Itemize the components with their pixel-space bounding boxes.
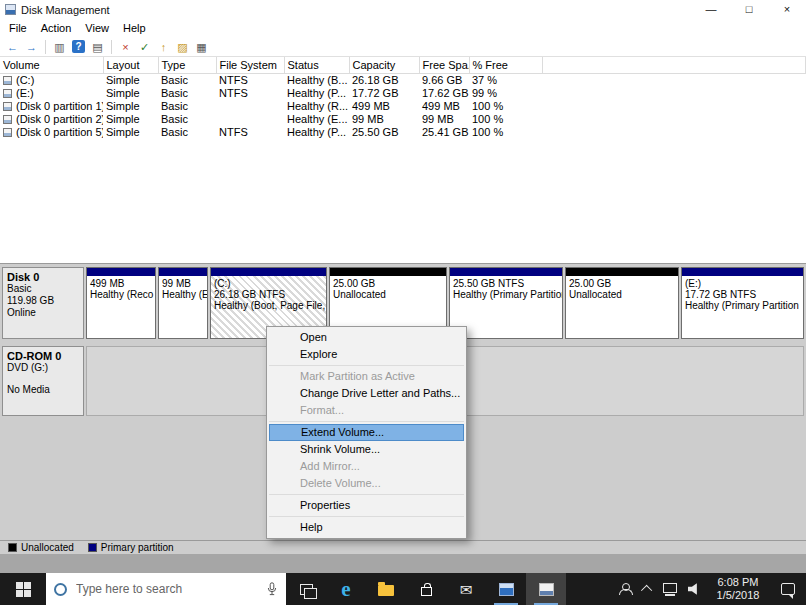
menu-item-extend-volume[interactable]: Extend Volume... xyxy=(269,424,464,441)
partition-size: 25.50 GB NTFS xyxy=(453,278,559,289)
start-button[interactable] xyxy=(0,573,46,605)
menu-item-explore[interactable]: Explore xyxy=(267,346,466,363)
partition-size: 499 MB xyxy=(90,278,152,289)
menu-item-help[interactable]: Help xyxy=(267,519,466,536)
menu-file[interactable]: File xyxy=(2,22,34,34)
task-view-button[interactable] xyxy=(286,573,326,605)
partition-color-strip xyxy=(87,268,155,276)
cell-free-space: 99 MB xyxy=(419,112,469,125)
cdrom-label[interactable]: CD-ROM 0 DVD (G:) No Media xyxy=(2,346,84,416)
delete-icon[interactable]: × xyxy=(117,39,134,55)
open-app-button[interactable] xyxy=(486,573,526,605)
volume-row-partition-1[interactable]: (Disk 0 partition 1) Simple Basic Health… xyxy=(0,99,806,112)
file-explorer-button[interactable] xyxy=(366,573,406,605)
system-tray: 6:08 PM 1/5/2018 xyxy=(612,573,806,605)
cell-filler xyxy=(542,86,806,99)
minimize-button[interactable]: — xyxy=(692,0,730,19)
window-title: Disk Management xyxy=(21,4,110,16)
cell-volume: (Disk 0 partition 5) xyxy=(16,126,103,138)
store-button[interactable] xyxy=(406,573,446,605)
column-header-layout[interactable]: Layout xyxy=(103,57,158,73)
column-header-status[interactable]: Status xyxy=(284,57,349,73)
maximize-button[interactable]: □ xyxy=(730,0,768,19)
cell-status: Healthy (R... xyxy=(284,99,349,112)
menu-item-add-mirror: Add Mirror... xyxy=(267,458,466,475)
volume-row-c[interactable]: (C:) Simple Basic NTFS Healthy (B... 26.… xyxy=(0,73,806,86)
check-disk-icon[interactable]: ✓ xyxy=(136,39,153,55)
cell-volume: (C:) xyxy=(16,74,34,86)
network-button[interactable] xyxy=(658,573,682,605)
menu-item-properties[interactable]: Properties xyxy=(267,497,466,514)
speaker-icon xyxy=(688,583,701,596)
menu-action[interactable]: Action xyxy=(34,22,79,34)
cell-file-system: NTFS xyxy=(216,86,284,99)
volume-button[interactable] xyxy=(682,573,706,605)
partition-efi[interactable]: 99 MB Healthy (E xyxy=(158,267,208,339)
export-icon[interactable]: ↑ xyxy=(155,39,172,55)
legend-primary-partition: Primary partition xyxy=(88,542,174,553)
clock[interactable]: 6:08 PM 1/5/2018 xyxy=(706,573,770,605)
menu-item-change-drive-letter[interactable]: Change Drive Letter and Paths... xyxy=(267,385,466,402)
microphone-icon[interactable] xyxy=(266,582,278,596)
mail-button[interactable]: ✉ xyxy=(446,573,486,605)
column-header-file-system[interactable]: File System xyxy=(216,57,284,73)
partition-letter: (C:) xyxy=(214,278,323,289)
column-header-pct-free[interactable]: % Free xyxy=(469,57,542,73)
column-header-type[interactable]: Type xyxy=(158,57,216,73)
toolbar-separator xyxy=(45,40,46,54)
partition-status: Unallocated xyxy=(569,289,675,300)
partition-status: Healthy (Primary Partition xyxy=(685,300,800,311)
console-tree-icon[interactable]: ▥ xyxy=(51,39,68,55)
volume-row-partition-2[interactable]: (Disk 0 partition 2) Simple Basic Health… xyxy=(0,112,806,125)
cell-layout: Simple xyxy=(103,86,158,99)
close-button[interactable]: × xyxy=(768,0,806,19)
cell-file-system: NTFS xyxy=(216,125,284,138)
menu-help[interactable]: Help xyxy=(116,22,153,34)
back-icon[interactable]: ← xyxy=(4,39,21,55)
taskbar: e ✉ xyxy=(0,573,806,605)
cell-status: Healthy (P... xyxy=(284,125,349,138)
properties-icon[interactable]: ▤ xyxy=(89,39,106,55)
cell-capacity: 499 MB xyxy=(349,99,419,112)
unallocated-region-2[interactable]: 25.00 GB Unallocated xyxy=(565,267,679,339)
taskbar-search[interactable] xyxy=(46,573,286,605)
column-header-free-space[interactable]: Free Spa... xyxy=(419,57,469,73)
cell-file-system xyxy=(216,99,284,112)
volume-icon xyxy=(3,115,12,124)
menu-view[interactable]: View xyxy=(78,22,116,34)
disk-management-icon xyxy=(539,583,554,596)
volume-row-partition-5[interactable]: (Disk 0 partition 5) Simple Basic NTFS H… xyxy=(0,125,806,138)
menu-item-format: Format... xyxy=(267,402,466,419)
action-center-button[interactable] xyxy=(770,573,806,605)
volume-row-e[interactable]: (E:) Simple Basic NTFS Healthy (P... 17.… xyxy=(0,86,806,99)
cell-type: Basic xyxy=(158,99,216,112)
menu-item-open[interactable]: Open xyxy=(267,329,466,346)
show-hidden-icons-button[interactable] xyxy=(638,573,658,605)
cell-status: Healthy (E... xyxy=(284,112,349,125)
open-folder-icon[interactable]: ▨ xyxy=(174,39,191,55)
partition-e-drive[interactable]: (E:) 17.72 GB NTFS Healthy (Primary Part… xyxy=(681,267,804,339)
disk-management-taskbar-button[interactable] xyxy=(526,573,566,605)
help-icon[interactable]: ? xyxy=(72,40,85,53)
menubar: File Action View Help xyxy=(0,19,806,37)
partition-letter: (E:) xyxy=(685,278,800,289)
people-button[interactable] xyxy=(612,573,638,605)
task-view-icon xyxy=(300,584,313,595)
volume-icon xyxy=(3,102,12,111)
column-header-filler xyxy=(542,57,806,73)
menu-separator xyxy=(269,365,464,366)
menu-item-shrink-volume[interactable]: Shrink Volume... xyxy=(267,441,466,458)
column-header-capacity[interactable]: Capacity xyxy=(349,57,419,73)
titlebar: Disk Management — □ × xyxy=(0,0,806,19)
legend-label: Primary partition xyxy=(101,542,174,553)
column-header-volume[interactable]: Volume xyxy=(0,57,103,73)
edge-button[interactable]: e xyxy=(326,573,366,605)
volume-icon xyxy=(3,128,12,137)
forward-icon[interactable]: → xyxy=(23,39,40,55)
views-icon[interactable]: ▦ xyxy=(193,39,210,55)
partition-recovery[interactable]: 499 MB Healthy (Reco xyxy=(86,267,156,339)
partition-size: 26.18 GB NTFS xyxy=(214,289,323,300)
disk-status: Online xyxy=(7,307,79,319)
disk-0-label[interactable]: Disk 0 Basic 119.98 GB Online xyxy=(2,267,84,339)
search-input[interactable] xyxy=(74,581,259,597)
